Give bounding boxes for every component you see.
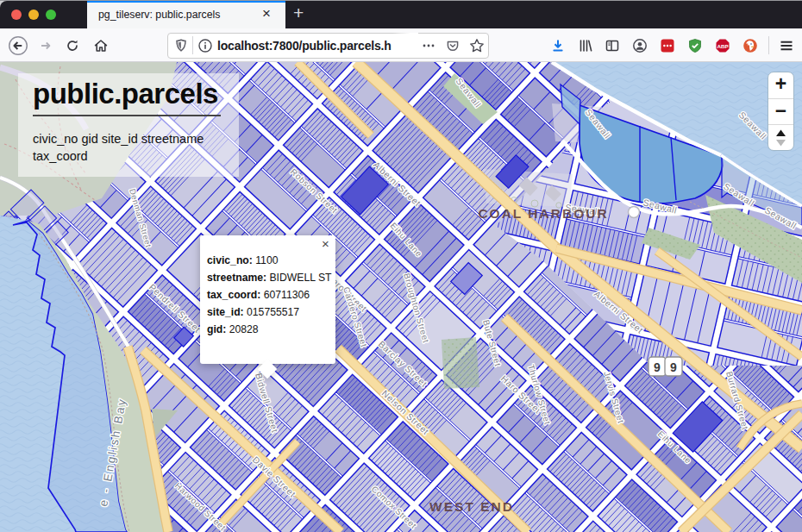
svg-text:9: 9 <box>654 360 661 374</box>
svg-text:ABP: ABP <box>717 43 728 49</box>
svg-text:COAL HARBOUR: COAL HARBOUR <box>478 206 608 221</box>
svg-text:WEST END: WEST END <box>429 499 514 514</box>
svg-text:9: 9 <box>670 360 677 374</box>
